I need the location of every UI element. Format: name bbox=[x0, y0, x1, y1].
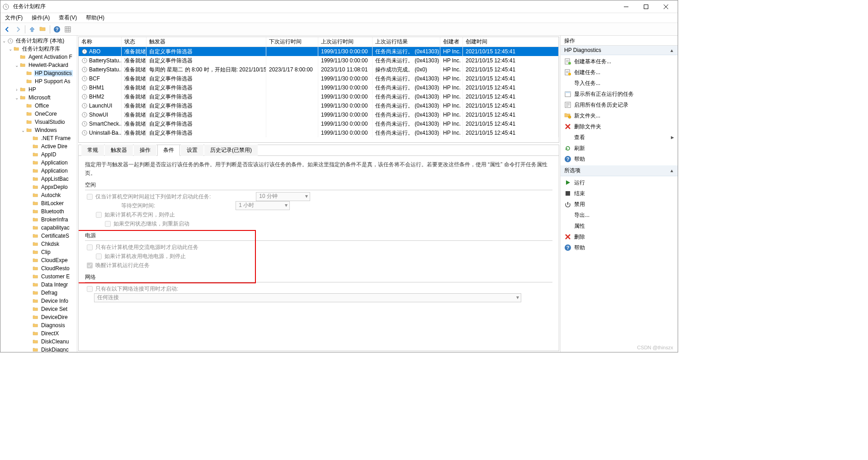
chevron-right-icon[interactable]: › bbox=[14, 87, 19, 92]
action-item[interactable]: 启用所有任务历史记录 bbox=[561, 99, 678, 110]
column-header[interactable]: 状态 bbox=[122, 37, 146, 47]
tree-node[interactable]: Application bbox=[0, 159, 77, 167]
action-item[interactable]: 查看▶ bbox=[561, 132, 678, 143]
detail-tab[interactable]: 历史记录(已禁用) bbox=[204, 145, 258, 156]
forward-button[interactable] bbox=[13, 24, 23, 34]
action-item[interactable]: 删除文件夹 bbox=[561, 121, 678, 132]
tree-node[interactable]: .NET Frame bbox=[0, 134, 77, 142]
action-item[interactable]: 结束 bbox=[561, 188, 678, 199]
tree-node[interactable]: Application bbox=[0, 167, 77, 175]
close-button[interactable] bbox=[656, 1, 676, 13]
column-header[interactable]: 上次运行时间 bbox=[318, 37, 373, 47]
detail-tab[interactable]: 设置 bbox=[181, 145, 203, 156]
column-header[interactable]: 下次运行时间 bbox=[266, 37, 318, 47]
task-row[interactable]: BatteryStatu...准备就绪每周的 星期二 的 8:00 时，开始日期… bbox=[79, 65, 559, 74]
maximize-button[interactable] bbox=[636, 1, 656, 13]
tree-node[interactable]: Autochk bbox=[0, 191, 77, 199]
tree-node[interactable]: Office bbox=[0, 102, 77, 110]
detail-tab[interactable]: 常规 bbox=[81, 145, 104, 156]
tree-node[interactable]: ⌄Hewlett-Packard bbox=[0, 61, 77, 69]
tree-node[interactable]: BitLocker bbox=[0, 199, 77, 207]
tree-node[interactable]: CloudExpe bbox=[0, 256, 77, 264]
task-row[interactable]: BHM1准备就绪自定义事件筛选器1999/11/30 0:00:00任务尚未运行… bbox=[79, 83, 559, 92]
tree-node[interactable]: Customer E bbox=[0, 272, 77, 281]
tree-node[interactable]: Bluetooth bbox=[0, 207, 77, 216]
column-header[interactable]: 创建时间 bbox=[463, 37, 559, 47]
task-row[interactable]: ABO准备就绪自定义事件筛选器1999/11/30 0:00:00任务尚未运行。… bbox=[79, 47, 559, 56]
tree-node[interactable]: ⌄Windows bbox=[0, 126, 77, 134]
task-row[interactable]: ShowUI准备就绪自定义事件筛选器1999/11/30 0:00:00任务尚未… bbox=[79, 110, 559, 119]
tree-node[interactable]: Agent Activation F bbox=[0, 53, 77, 61]
tree-node[interactable]: CloudResto bbox=[0, 264, 77, 272]
folder-button[interactable] bbox=[38, 24, 48, 34]
tree-node[interactable]: HP Diagnostics bbox=[0, 69, 77, 77]
task-row[interactable]: LaunchUI准备就绪自定义事件筛选器1999/11/30 0:00:00任务… bbox=[79, 101, 559, 110]
detail-tab[interactable]: 条件 bbox=[157, 145, 180, 156]
up-button[interactable] bbox=[27, 24, 37, 34]
tree-node[interactable]: Chkdsk bbox=[0, 240, 77, 248]
task-grid[interactable]: 名称状态触发器下次运行时间上次运行时间上次运行结果创建者创建时间 ABO准备就绪… bbox=[78, 37, 559, 143]
action-item[interactable]: 运行 bbox=[561, 177, 678, 188]
help-button[interactable] bbox=[52, 24, 62, 34]
action-item[interactable]: 属性 bbox=[561, 221, 678, 231]
tree-node[interactable]: DiskCleanu bbox=[0, 338, 77, 346]
tree-node[interactable]: Defrag bbox=[0, 289, 77, 297]
tree-node[interactable]: AppListBac bbox=[0, 175, 77, 183]
action-item[interactable]: 删除 bbox=[561, 231, 678, 242]
action-item[interactable]: 帮助 bbox=[561, 242, 678, 253]
back-button[interactable] bbox=[2, 24, 12, 34]
tree-node[interactable]: BrokerInfra bbox=[0, 216, 77, 224]
action-item[interactable]: 导出... bbox=[561, 210, 678, 221]
tree-node[interactable]: Data Integr bbox=[0, 281, 77, 289]
actions-group-header[interactable]: HP Diagnostics ▲ bbox=[561, 46, 678, 55]
minimize-button[interactable] bbox=[616, 1, 636, 13]
task-row[interactable]: BHM2准备就绪自定义事件筛选器1999/11/30 0:00:00任务尚未运行… bbox=[79, 92, 559, 101]
action-item[interactable]: 新文件夹... bbox=[561, 110, 678, 121]
tree-node[interactable]: CertificateS bbox=[0, 232, 77, 240]
menu-item[interactable]: 查看(V) bbox=[57, 13, 79, 23]
tree-pane[interactable]: ⌄任务计划程序 (本地)⌄任务计划程序库Agent Activation F⌄H… bbox=[0, 36, 77, 352]
actions-group-header[interactable]: 所选项 ▲ bbox=[561, 165, 678, 176]
task-row[interactable]: SmartCheck...准备就绪自定义事件筛选器1999/11/30 0:00… bbox=[79, 119, 559, 128]
task-row[interactable]: BCF准备就绪自定义事件筛选器1999/11/30 0:00:00任务尚未运行。… bbox=[79, 74, 559, 83]
action-item[interactable]: 禁用 bbox=[561, 199, 678, 210]
tree-node[interactable]: AppID bbox=[0, 150, 77, 159]
tree-node[interactable]: DiskDiagnc bbox=[0, 346, 77, 352]
task-row[interactable]: Uninstall-Ba...准备就绪自定义事件筛选器1999/11/30 0:… bbox=[79, 128, 559, 137]
chevron-down-icon[interactable]: ⌄ bbox=[1, 38, 7, 43]
action-item[interactable]: 帮助 bbox=[561, 154, 678, 164]
tree-node[interactable]: AppxDeplo bbox=[0, 183, 77, 191]
action-item[interactable]: 创建任务... bbox=[561, 67, 678, 78]
menu-item[interactable]: 文件(F) bbox=[3, 13, 24, 23]
chevron-down-icon[interactable]: ⌄ bbox=[14, 95, 19, 100]
column-header[interactable]: 创建者 bbox=[440, 37, 463, 47]
tree-node[interactable]: Diagnosis bbox=[0, 321, 77, 329]
tree-node[interactable]: Clip bbox=[0, 248, 77, 256]
tree-node[interactable]: ›HP bbox=[0, 85, 77, 94]
tree-node[interactable]: DirectX bbox=[0, 329, 77, 338]
chevron-down-icon[interactable]: ⌄ bbox=[20, 128, 26, 133]
chevron-down-icon[interactable]: ⌄ bbox=[8, 47, 13, 52]
grid-button[interactable] bbox=[63, 24, 73, 34]
tree-node[interactable]: VisualStudio bbox=[0, 118, 77, 126]
action-item[interactable]: 创建基本任务... bbox=[561, 56, 678, 67]
tree-node[interactable]: ⌄任务计划程序 (本地) bbox=[0, 37, 77, 45]
tree-node[interactable]: Active Dire bbox=[0, 142, 77, 150]
action-item[interactable]: 刷新 bbox=[561, 143, 678, 154]
tree-node[interactable]: ⌄Microsoft bbox=[0, 94, 77, 102]
task-row[interactable]: BatteryStatu...准备就绪自定义事件筛选器1999/11/30 0:… bbox=[79, 56, 559, 65]
column-header[interactable]: 触发器 bbox=[146, 37, 266, 47]
tree-node[interactable]: OneCore bbox=[0, 110, 77, 118]
menu-item[interactable]: 帮助(H) bbox=[84, 13, 106, 23]
tree-node[interactable]: capabilityac bbox=[0, 224, 77, 232]
tree-node[interactable]: ⌄任务计划程序库 bbox=[0, 45, 77, 53]
detail-tab[interactable]: 操作 bbox=[134, 145, 156, 156]
chevron-down-icon[interactable]: ⌄ bbox=[14, 63, 19, 68]
action-item[interactable]: 导入任务... bbox=[561, 78, 678, 89]
tree-node[interactable]: HP Support As bbox=[0, 77, 77, 85]
detail-tab[interactable]: 触发器 bbox=[105, 145, 133, 156]
tree-node[interactable]: Device Info bbox=[0, 297, 77, 305]
menu-item[interactable]: 操作(A) bbox=[30, 13, 52, 23]
column-header[interactable]: 名称 bbox=[79, 37, 122, 47]
column-header[interactable]: 上次运行结果 bbox=[373, 37, 440, 47]
